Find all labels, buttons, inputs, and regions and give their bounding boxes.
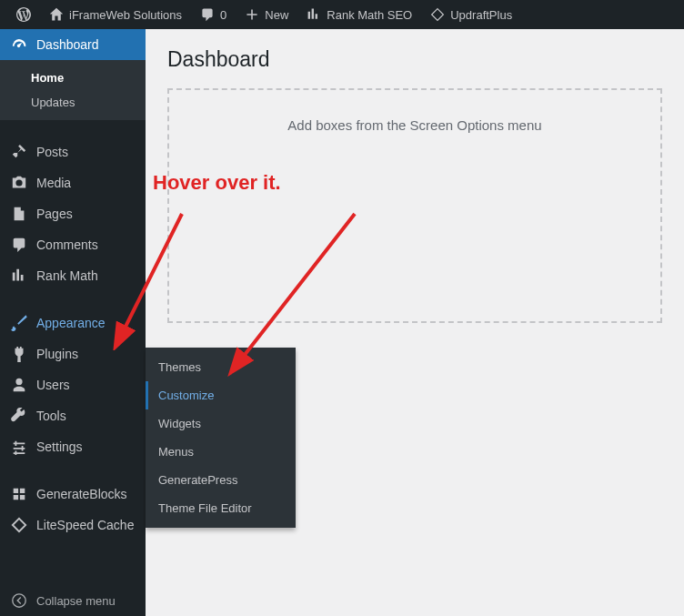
new-link[interactable]: New bbox=[236, 0, 297, 29]
diamond-icon bbox=[11, 517, 27, 533]
menu-appearance[interactable]: Appearance bbox=[0, 308, 146, 338]
annotation-text: Hover over it. bbox=[153, 171, 281, 195]
menu-users[interactable]: Users bbox=[0, 369, 146, 400]
site-name-label: iFrameWeb Solutions bbox=[69, 8, 182, 22]
comments-count: 0 bbox=[220, 8, 226, 22]
menu-tools-label: Tools bbox=[36, 409, 66, 423]
rankmath-link[interactable]: Rank Math SEO bbox=[297, 0, 421, 29]
collapse-label: Collapse menu bbox=[36, 594, 116, 608]
page-title: Dashboard bbox=[167, 47, 662, 72]
comment-icon bbox=[11, 237, 27, 253]
diamond-icon bbox=[430, 7, 445, 22]
menu-tools[interactable]: Tools bbox=[0, 400, 146, 431]
brush-icon bbox=[11, 315, 27, 331]
home-icon bbox=[49, 7, 64, 22]
pin-icon bbox=[11, 144, 27, 160]
comments-link[interactable]: 0 bbox=[191, 0, 236, 29]
menu-posts-label: Posts bbox=[36, 145, 68, 159]
menu-plugins[interactable]: Plugins bbox=[0, 338, 146, 369]
menu-users-label: Users bbox=[36, 378, 70, 392]
dashboard-submenu: Home Updates bbox=[0, 60, 146, 120]
content-area: Dashboard Add boxes from the Screen Opti… bbox=[146, 29, 684, 616]
menu-comments[interactable]: Comments bbox=[0, 229, 146, 260]
menu-generateblocks-label: GenerateBlocks bbox=[36, 487, 127, 501]
site-name[interactable]: iFrameWeb Solutions bbox=[40, 0, 191, 29]
empty-widget-area: Add boxes from the Screen Options menu bbox=[167, 88, 662, 323]
menu-posts[interactable]: Posts bbox=[0, 136, 146, 167]
plus-icon bbox=[245, 7, 259, 22]
svg-point-0 bbox=[13, 594, 25, 607]
menu-pages[interactable]: Pages bbox=[0, 198, 146, 229]
menu-media-label: Media bbox=[36, 176, 71, 190]
collapse-menu[interactable]: Collapse menu bbox=[0, 585, 146, 616]
submenu-home[interactable]: Home bbox=[0, 66, 146, 90]
plug-icon bbox=[11, 346, 27, 362]
menu-rankmath[interactable]: Rank Math bbox=[0, 260, 146, 291]
adminbar: iFrameWeb Solutions 0 New Rank Math SEO … bbox=[0, 0, 684, 29]
menu-rankmath-label: Rank Math bbox=[36, 268, 98, 283]
page-icon bbox=[11, 206, 27, 222]
menu-generateblocks[interactable]: GenerateBlocks bbox=[0, 479, 146, 510]
updraft-label: UpdraftPlus bbox=[450, 8, 512, 22]
chart-icon bbox=[307, 7, 321, 22]
blocks-icon bbox=[11, 486, 27, 502]
wp-logo[interactable] bbox=[7, 0, 40, 29]
admin-sidebar: Dashboard Home Updates Posts Media Pages bbox=[0, 29, 146, 616]
wordpress-icon bbox=[16, 7, 31, 22]
rankmath-label: Rank Math SEO bbox=[327, 8, 412, 22]
empty-widget-text: Add boxes from the Screen Options menu bbox=[287, 117, 541, 133]
chart-icon bbox=[11, 268, 27, 284]
comment-icon bbox=[200, 7, 215, 22]
menu-appearance-label: Appearance bbox=[36, 316, 106, 330]
user-icon bbox=[11, 377, 27, 393]
menu-litespeed[interactable]: LiteSpeed Cache bbox=[0, 510, 146, 540]
media-icon bbox=[11, 175, 27, 191]
submenu-updates[interactable]: Updates bbox=[0, 90, 146, 115]
menu-dashboard-label: Dashboard bbox=[36, 37, 99, 52]
menu-settings-label: Settings bbox=[36, 439, 83, 454]
menu-litespeed-label: LiteSpeed Cache bbox=[36, 518, 134, 532]
menu-media[interactable]: Media bbox=[0, 167, 146, 198]
menu-pages-label: Pages bbox=[36, 207, 73, 221]
wrench-icon bbox=[11, 408, 27, 424]
collapse-icon bbox=[11, 592, 27, 609]
dashboard-icon bbox=[11, 36, 27, 53]
menu-plugins-label: Plugins bbox=[36, 347, 78, 361]
menu-comments-label: Comments bbox=[36, 237, 98, 252]
menu-dashboard[interactable]: Dashboard bbox=[0, 29, 146, 60]
updraft-link[interactable]: UpdraftPlus bbox=[421, 0, 521, 29]
new-label: New bbox=[265, 8, 288, 22]
menu-settings[interactable]: Settings bbox=[0, 431, 146, 462]
sliders-icon bbox=[11, 439, 27, 455]
